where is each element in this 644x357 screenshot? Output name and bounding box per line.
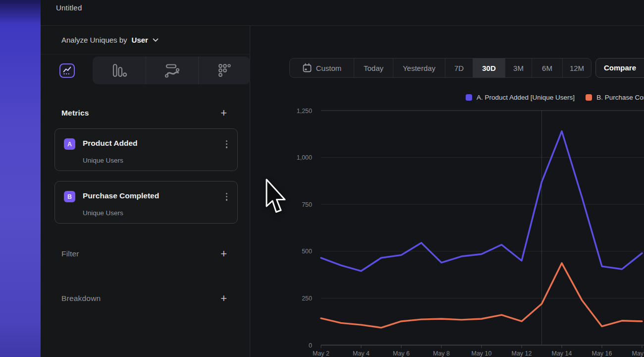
chart-legend: A. Product Added [Unique Users] B. Purch…: [466, 94, 644, 101]
legend-item-b[interactable]: B. Purchase Completed [Unique Users]: [586, 94, 644, 101]
tab-bar-chart[interactable]: [93, 57, 146, 84]
legend-label-b: B. Purchase Completed [Unique Users]: [596, 94, 644, 101]
metric-subtitle: Unique Users: [83, 157, 123, 164]
legend-swatch-a: [466, 94, 472, 101]
svg-text:250: 250: [302, 295, 312, 302]
range-30d[interactable]: 30D: [473, 59, 505, 77]
chevron-down-icon: [153, 38, 159, 42]
metric-card-a[interactable]: A Product Added Unique Users: [54, 128, 238, 171]
svg-text:May 4: May 4: [353, 350, 370, 357]
flows-icon: [164, 63, 180, 78]
top-bar: Untitled: [41, 0, 644, 26]
svg-text:May 6: May 6: [393, 350, 410, 357]
grid-dots-icon: [217, 63, 232, 78]
breakdown-header: Breakdown: [61, 294, 101, 303]
kebab-menu-icon[interactable]: [226, 193, 227, 201]
page-title: Untitled: [56, 3, 82, 12]
metric-badge: A: [64, 138, 75, 150]
legend-item-a[interactable]: A. Product Added [Unique Users]: [466, 94, 575, 101]
compare-button[interactable]: Compare: [595, 58, 644, 78]
metrics-header: Metrics: [61, 109, 89, 118]
svg-text:May 14: May 14: [552, 350, 572, 357]
svg-text:1,250: 1,250: [297, 108, 312, 115]
svg-text:May 8: May 8: [433, 350, 450, 357]
metric-name: Product Added: [83, 139, 138, 148]
bar-chart-icon: [111, 63, 127, 78]
tab-grid[interactable]: [198, 57, 250, 84]
calendar-icon: [302, 63, 312, 73]
background-gradient: [0, 0, 41, 357]
range-custom[interactable]: Custom: [290, 59, 354, 77]
range-today[interactable]: Today: [354, 59, 393, 77]
chart-panel: Custom Today Yesterday 7D 30D 3M 6M 12M …: [250, 26, 644, 357]
filter-header: Filter: [61, 249, 79, 258]
sidebar: Analyze Uniques by User: [41, 26, 250, 357]
metric-card-b[interactable]: B Purchase Completed Unique Users: [54, 181, 238, 224]
range-7d[interactable]: 7D: [445, 59, 473, 77]
range-12m[interactable]: 12M: [563, 59, 591, 77]
svg-text:1,000: 1,000: [297, 154, 312, 161]
metric-badge: B: [64, 191, 75, 202]
add-filter-button[interactable]: +: [220, 249, 227, 259]
metric-subtitle: Unique Users: [83, 209, 123, 217]
analyze-by-control[interactable]: Analyze Uniques by User: [41, 26, 250, 55]
svg-text:500: 500: [302, 248, 312, 255]
tab-line-chart[interactable]: [41, 57, 93, 84]
svg-text:May 18: May 18: [632, 350, 644, 357]
svg-text:0: 0: [309, 342, 312, 349]
legend-label-a: A. Product Added [Unique Users]: [477, 94, 575, 101]
svg-text:May 16: May 16: [592, 350, 612, 357]
tab-flows[interactable]: [146, 57, 198, 84]
add-metric-button[interactable]: +: [220, 108, 227, 118]
range-6m[interactable]: 6M: [532, 59, 563, 77]
svg-text:May 10: May 10: [472, 350, 492, 357]
svg-text:May 12: May 12: [512, 350, 532, 357]
svg-text:May 2: May 2: [313, 350, 329, 357]
svg-text:750: 750: [302, 201, 312, 208]
line-chart-icon: [59, 63, 75, 78]
metric-name: Purchase Completed: [83, 191, 159, 200]
analyze-by-value: User: [132, 36, 148, 44]
line-chart[interactable]: 02505007501,0001,250May 2May 4May 6May 8…: [290, 104, 644, 357]
legend-swatch-b: [586, 94, 592, 101]
range-3m[interactable]: 3M: [505, 59, 532, 77]
range-yesterday[interactable]: Yesterday: [393, 59, 445, 77]
add-breakdown-button[interactable]: +: [220, 294, 227, 303]
analyze-by-label: Analyze Uniques by: [61, 36, 127, 44]
kebab-menu-icon[interactable]: [226, 140, 227, 148]
date-range-selector: Custom Today Yesterday 7D 30D 3M 6M 12M: [289, 58, 591, 78]
